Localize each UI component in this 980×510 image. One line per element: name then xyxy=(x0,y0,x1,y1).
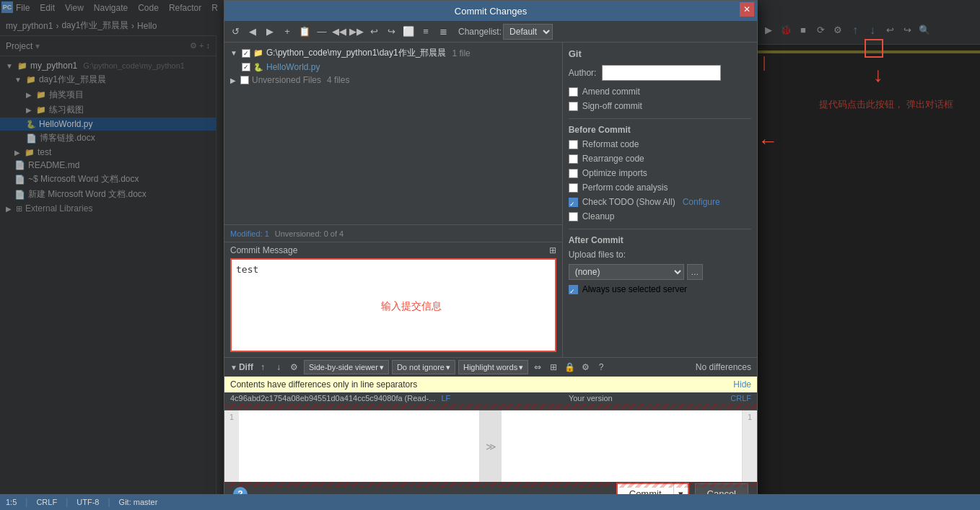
rearrange-checkbox[interactable] xyxy=(569,154,578,164)
diff-notice: Contents have differences only in line s… xyxy=(224,377,757,392)
toolbar-btn-7[interactable]: ◀◀ xyxy=(331,24,347,40)
before-commit-section: Before Commit xyxy=(569,118,751,135)
diff-toggle[interactable]: ▼ Diff xyxy=(230,362,253,372)
toolbar-btn-10[interactable]: ↪ xyxy=(383,24,399,40)
diff-pane-content-right xyxy=(502,410,742,416)
statusbar-encoding: UTF-8 xyxy=(76,498,99,506)
always-server-checkbox[interactable]: ✓ xyxy=(569,285,578,294)
viewer-label: Side-by-side viewer xyxy=(309,363,378,371)
hide-link[interactable]: Hide xyxy=(733,379,751,390)
signoff-commit-checkbox[interactable] xyxy=(569,102,578,111)
dialog-title-text: Commit Changes xyxy=(455,6,527,17)
amend-commit-row: Amend commit xyxy=(569,87,751,97)
diff-next-btn[interactable]: ↓ xyxy=(272,361,285,374)
viewer-select-btn[interactable]: Side-by-side viewer ▾ xyxy=(304,360,389,374)
toolbar-btn-13[interactable]: ≣ xyxy=(435,24,451,40)
git-section-title: Git xyxy=(569,48,751,59)
optimize-row: Optimize imports xyxy=(569,168,751,178)
highlight-select-btn[interactable]: Highlight words ▾ xyxy=(458,360,528,374)
diff-pane-content-left xyxy=(239,410,479,416)
annotation-arrow-left: ← xyxy=(758,130,778,153)
status-unversioned: Unversioned: 0 of 4 xyxy=(275,229,344,238)
upload-select[interactable]: (none) xyxy=(569,264,684,280)
code-analysis-checkbox[interactable] xyxy=(569,183,578,193)
toolbar-btn-6[interactable]: — xyxy=(314,24,330,40)
toolbar-btn-12[interactable]: ≡ xyxy=(418,24,434,40)
reformat-row: Reformat code xyxy=(569,139,751,149)
ignore-label: Do not ignore xyxy=(397,363,445,371)
diff-help-btn[interactable]: ? xyxy=(595,361,608,374)
diff-label: Diff xyxy=(239,362,253,372)
your-version-text: Your version xyxy=(569,394,613,403)
git-panel: Git Author: Amend commit Sign-off commit… xyxy=(563,43,757,357)
dialog-close-button[interactable]: ✕ xyxy=(740,2,754,17)
ignore-select-btn[interactable]: Do not ignore ▾ xyxy=(392,360,455,374)
optimize-checkbox[interactable] xyxy=(569,169,578,178)
toolbar-btn-8[interactable]: ▶▶ xyxy=(349,24,364,40)
rearrange-label: Rearrange code xyxy=(582,154,644,164)
code-analysis-row: Perform code analysis xyxy=(569,183,751,193)
diff-grid-btn[interactable]: ⊞ xyxy=(547,361,560,374)
commit-msg-wrapper: test 输入提交信息 xyxy=(230,258,556,354)
signoff-commit-label: Sign-off commit xyxy=(582,101,642,111)
highlight-arrow-icon: ▾ xyxy=(519,363,523,372)
author-field: Author: xyxy=(569,65,751,81)
diff-file-hash: 4c96abd2c1754a08eb94551d0a414cc5c94080fa… xyxy=(230,394,435,403)
dialog-content: ▼ 📁 G:\python_code\my_python1\day1作业_邢晨晨… xyxy=(224,43,757,357)
reformat-label: Reformat code xyxy=(582,139,639,149)
toolbar-btn-5[interactable]: 📋 xyxy=(297,24,312,40)
diff-align-btn[interactable]: ⇔ xyxy=(531,361,544,374)
diff-settings-btn[interactable]: ⚙ xyxy=(288,361,301,374)
status-modified: Modified: 1 xyxy=(230,229,269,238)
dialog-toolbar: ↺ ◀ ▶ + 📋 — ◀◀ ▶▶ ↩ ↪ ⬜ ≡ ≣ Changelist: … xyxy=(224,21,757,43)
toolbar-btn-2[interactable]: ◀ xyxy=(245,24,261,40)
diff-content: Contents have differences only in line s… xyxy=(224,377,757,478)
diff-lock-btn[interactable]: 🔒 xyxy=(563,361,576,374)
viewer-arrow-icon: ▾ xyxy=(380,363,384,372)
upload-dots-btn[interactable]: … xyxy=(687,264,703,280)
always-server-row: ✓ Always use selected server xyxy=(569,284,751,294)
diff-header: ▼ Diff ↑ ↓ ⚙ Side-by-side viewer ▾ Do no… xyxy=(224,358,757,377)
file-checkbox-hw[interactable] xyxy=(242,63,250,71)
file-tree-unversioned[interactable]: ▶ Unversioned Files 4 files xyxy=(224,74,562,87)
lf-badge: LF xyxy=(441,394,450,403)
commit-msg-icon[interactable]: ⊞ xyxy=(549,245,556,255)
cleanup-checkbox[interactable] xyxy=(569,212,578,221)
statusbar: 1:5 | CRLF | UTF-8 | Git: master xyxy=(0,494,980,510)
toolbar-btn-9[interactable]: ↩ xyxy=(366,24,382,40)
diff-config-btn[interactable]: ⚙ xyxy=(579,361,592,374)
commit-message-input[interactable]: test xyxy=(230,258,556,352)
file-tree-root[interactable]: ▼ 📁 G:\python_code\my_python1\day1作业_邢晨晨… xyxy=(224,45,562,61)
upload-select-row: (none) … xyxy=(569,264,751,280)
statusbar-crlf: CRLF xyxy=(36,498,57,506)
amend-commit-checkbox[interactable] xyxy=(569,87,578,97)
optimize-label: Optimize imports xyxy=(582,168,647,178)
ignore-arrow-icon: ▾ xyxy=(446,363,450,372)
toolbar-btn-11[interactable]: ⬜ xyxy=(401,24,416,40)
file-checkbox-root[interactable] xyxy=(242,49,250,58)
highlight-label: Highlight words xyxy=(463,363,517,371)
file-tree-helloworld[interactable]: 🐍 HelloWorld.py xyxy=(224,61,562,74)
configure-link[interactable]: Configure xyxy=(683,197,720,207)
changelist-select[interactable]: Default xyxy=(503,24,553,40)
check-todo-label: Check TODO (Show All) xyxy=(582,197,675,207)
diff-chevrons-icon: ≫ xyxy=(486,441,496,452)
zigzag-bottom xyxy=(224,482,757,488)
reformat-checkbox[interactable] xyxy=(569,140,578,149)
diff-line-numbers-left: 1 xyxy=(224,410,239,482)
toolbar-btn-3[interactable]: ▶ xyxy=(262,24,278,40)
check-todo-checkbox[interactable]: ✓ xyxy=(569,198,578,207)
code-analysis-label: Perform code analysis xyxy=(582,183,668,193)
diff-separator: ≫ xyxy=(480,410,502,482)
toolbar-btn-4[interactable]: + xyxy=(279,24,295,40)
dialog-title: Commit Changes ✕ xyxy=(224,1,757,21)
zigzag-top xyxy=(224,404,757,410)
diff-toolbar: ↑ ↓ ⚙ Side-by-side viewer ▾ Do not ignor… xyxy=(256,360,751,374)
diff-prev-btn[interactable]: ↑ xyxy=(256,361,269,374)
file-checkbox-unversioned[interactable] xyxy=(240,76,249,84)
toolbar-btn-1[interactable]: ↺ xyxy=(227,24,243,40)
always-server-label: Always use selected server xyxy=(582,284,687,294)
amend-commit-label: Amend commit xyxy=(582,87,640,97)
check-todo-row: ✓ Check TODO (Show All) Configure xyxy=(569,197,751,207)
author-input[interactable] xyxy=(602,65,721,81)
